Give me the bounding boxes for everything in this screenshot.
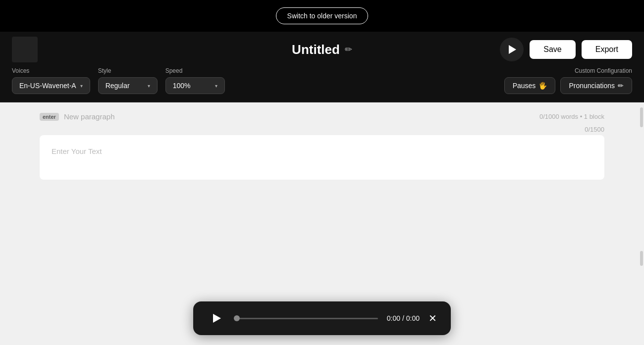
pauses-label: Pauses: [513, 82, 536, 90]
speed-chevron-icon: ▾: [215, 83, 217, 89]
play-button-header[interactable]: [500, 38, 524, 61]
toolbar-right: Custom Configuration Pauses 🖐 Pronunciat…: [504, 67, 632, 94]
progress-bar-wrapper[interactable]: [234, 318, 378, 319]
pronunciations-icon: ✏: [618, 82, 624, 90]
scrollbar-track: [639, 102, 644, 330]
player-play-button[interactable]: [207, 309, 225, 327]
word-count-text: 0/1000 words: [539, 113, 578, 120]
word-count-separator: •: [580, 113, 584, 120]
pauses-button[interactable]: Pauses 🖐: [504, 77, 556, 94]
progress-thumb: [234, 315, 240, 321]
header-center: Untitled ✏: [292, 42, 352, 57]
speed-group: Speed 100% ▾: [165, 67, 225, 94]
project-title: Untitled: [292, 42, 340, 57]
player-play-icon: [213, 314, 221, 323]
total-time: 0:00: [406, 314, 420, 322]
block-count-text: 1 block: [584, 113, 604, 120]
play-icon: [509, 45, 516, 54]
toolbar: Voices En-US-Wavenet-A ▾ Style Regular ▾…: [0, 67, 644, 102]
speed-label: Speed: [165, 67, 225, 74]
toolbar-right-buttons: Pauses 🖐 Pronunciations ✏: [504, 77, 632, 94]
edit-title-icon[interactable]: ✏: [345, 44, 352, 55]
time-separator: /: [402, 314, 404, 322]
voices-select[interactable]: En-US-Wavenet-A ▾: [12, 77, 90, 94]
switch-version-button[interactable]: Switch to older version: [276, 7, 369, 24]
word-count: 0/1000 words • 1 block: [539, 113, 604, 120]
style-group: Style Regular ▾: [98, 67, 158, 94]
header-right: Save Export: [500, 38, 632, 61]
top-banner: Switch to older version: [0, 0, 644, 32]
pauses-icon: 🖐: [538, 82, 547, 90]
style-select[interactable]: Regular ▾: [98, 77, 158, 94]
voices-value: En-US-Wavenet-A: [19, 82, 76, 90]
style-label: Style: [98, 67, 158, 74]
pronunciations-label: Pronunciations: [569, 82, 615, 90]
export-button[interactable]: Export: [582, 40, 632, 59]
main-content: enter New paragraph 0/1000 words • 1 blo…: [0, 102, 644, 330]
progress-track[interactable]: [234, 318, 378, 319]
header-left: [12, 37, 38, 62]
voices-label: Voices: [12, 67, 90, 74]
save-button[interactable]: Save: [530, 40, 575, 59]
text-block-container: 0/1500: [40, 126, 604, 182]
enter-badge: enter: [40, 113, 59, 121]
player-close-button[interactable]: ✕: [429, 313, 437, 323]
voices-group: Voices En-US-Wavenet-A ▾: [12, 67, 90, 94]
time-display: 0:00 / 0:00: [387, 314, 420, 322]
style-value: Regular: [106, 82, 130, 90]
pronunciations-button[interactable]: Pronunciations ✏: [560, 77, 632, 94]
voices-chevron-icon: ▾: [80, 83, 83, 89]
paragraph-left: enter New paragraph: [40, 112, 114, 121]
paragraph-row: enter New paragraph 0/1000 words • 1 blo…: [0, 112, 644, 121]
speed-select[interactable]: 100% ▾: [165, 77, 225, 94]
style-chevron-icon: ▾: [148, 83, 150, 89]
new-paragraph-placeholder: New paragraph: [64, 112, 115, 121]
scrollbar-thumb: [640, 107, 643, 127]
scrollbar-thumb-2: [640, 251, 643, 266]
toolbar-left: Voices En-US-Wavenet-A ▾ Style Regular ▾…: [12, 67, 225, 94]
char-count: 0/1500: [40, 126, 604, 133]
custom-config-label: Custom Configuration: [575, 67, 632, 74]
audio-player: 0:00 / 0:00 ✕: [193, 301, 451, 335]
speed-value: 100%: [173, 82, 191, 90]
text-input[interactable]: [40, 135, 604, 180]
current-time: 0:00: [387, 314, 400, 322]
header: Untitled ✏ Save Export: [0, 32, 644, 67]
logo-box: [12, 37, 38, 62]
